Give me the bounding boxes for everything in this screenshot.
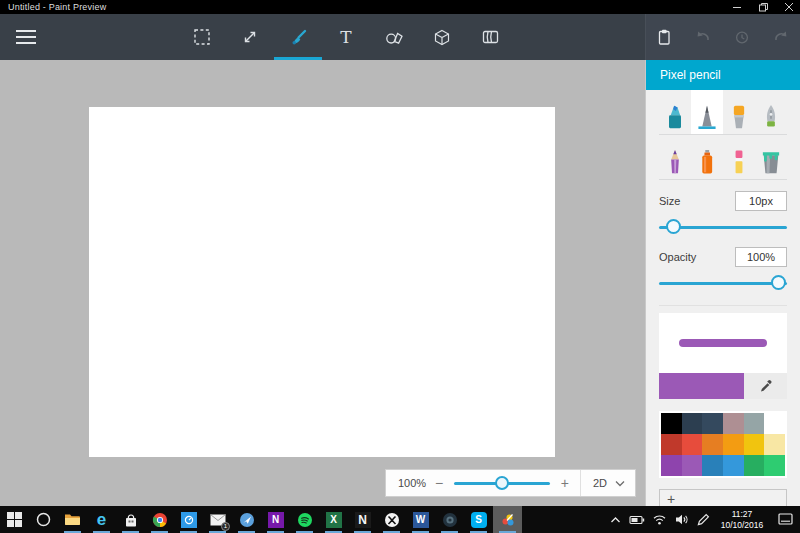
palette-swatch[interactable]	[744, 455, 765, 476]
brush-pixel-pencil[interactable]	[691, 90, 723, 134]
text-tool-icon: T	[340, 29, 351, 46]
taskbar-apps: e	[0, 506, 522, 533]
pen-workspace-icon[interactable]	[692, 506, 714, 533]
paint-app-button[interactable]	[493, 506, 522, 533]
brush-eraser[interactable]	[723, 135, 755, 179]
edge-button[interactable]: e	[87, 506, 116, 533]
onenote-icon: N	[268, 512, 284, 528]
eyedropper-button[interactable]	[744, 373, 787, 399]
spotify-button[interactable]	[290, 506, 319, 533]
palette-swatch[interactable]	[764, 413, 785, 434]
palette-swatch[interactable]	[723, 455, 744, 476]
stroke-preview	[659, 313, 787, 373]
dimension-mode[interactable]: 2D	[587, 477, 615, 489]
blue-tile-app-icon	[181, 512, 197, 528]
cortana-button[interactable]	[29, 506, 58, 533]
onenote-button[interactable]: N	[261, 506, 290, 533]
paste-button[interactable]	[645, 14, 684, 60]
xbox-button[interactable]	[377, 506, 406, 533]
brush-spray-can[interactable]	[691, 135, 723, 179]
redo-button[interactable]	[761, 14, 800, 60]
undo-button[interactable]	[684, 14, 723, 60]
palette-swatch[interactable]	[764, 455, 785, 476]
tool-brush[interactable]	[274, 14, 322, 60]
opacity-input[interactable]: 100%	[735, 247, 787, 267]
palette-swatch[interactable]	[682, 455, 703, 476]
mail-button[interactable]: 1	[203, 506, 232, 533]
tray-date: 10/10/2016	[714, 520, 770, 531]
tool-strip: T	[178, 14, 514, 60]
palette-swatch[interactable]	[682, 434, 703, 455]
opacity-slider-thumb[interactable]	[771, 275, 786, 290]
size-input[interactable]: 10px	[735, 191, 787, 211]
palette-swatch[interactable]	[723, 413, 744, 434]
palette-swatch[interactable]	[661, 455, 682, 476]
title-bar: Untitled - Paint Preview	[0, 0, 800, 14]
cortana-icon	[36, 512, 51, 527]
tool-text[interactable]: T	[322, 14, 370, 60]
zoom-slider-thumb[interactable]	[495, 476, 509, 490]
palette-swatch[interactable]	[702, 413, 723, 434]
tool-shapes[interactable]	[370, 14, 418, 60]
chrome-button[interactable]	[145, 506, 174, 533]
zoom-slider[interactable]	[454, 475, 550, 491]
tray-chevron-up-icon[interactable]	[604, 506, 626, 533]
close-button[interactable]	[784, 2, 794, 12]
paint-app-icon	[500, 512, 516, 528]
panel-title: Pixel pencil	[646, 60, 800, 90]
dark-sphere-app-button[interactable]	[435, 506, 464, 533]
chevron-down-icon[interactable]	[615, 480, 627, 487]
brush-calligraphy-pen[interactable]	[723, 90, 755, 134]
palette-swatch[interactable]	[702, 455, 723, 476]
palette-swatch[interactable]	[744, 413, 765, 434]
menu-icon[interactable]	[16, 14, 46, 60]
palette-swatch[interactable]	[723, 434, 744, 455]
brush-fountain-pen[interactable]	[755, 90, 787, 134]
taskbar: e	[0, 506, 800, 533]
blue-circle-app-button[interactable]	[232, 506, 261, 533]
brush-fill-bucket[interactable]	[755, 135, 787, 179]
zoom-in-button[interactable]: +	[556, 476, 574, 490]
store-button[interactable]	[116, 506, 145, 533]
color-palette	[659, 411, 787, 478]
start-button[interactable]	[0, 506, 29, 533]
palette-swatch[interactable]	[744, 434, 765, 455]
tool-3d-objects[interactable]	[418, 14, 466, 60]
file-explorer-button[interactable]	[58, 506, 87, 533]
restore-button[interactable]	[758, 2, 768, 12]
history-button[interactable]	[723, 14, 762, 60]
palette-swatch[interactable]	[702, 434, 723, 455]
opacity-slider[interactable]	[659, 274, 787, 292]
drawing-canvas[interactable]	[89, 107, 555, 457]
size-slider[interactable]	[659, 218, 787, 236]
palette-swatch[interactable]	[764, 434, 785, 455]
chrome-icon	[152, 512, 168, 528]
current-color-swatch[interactable]	[659, 373, 744, 399]
tray-time: 11:27	[714, 509, 770, 520]
mail-badge: 1	[221, 522, 230, 531]
netflix-button[interactable]: N	[348, 506, 377, 533]
tool-select[interactable]	[178, 14, 226, 60]
edge-icon: e	[94, 512, 110, 528]
word-button[interactable]: W	[406, 506, 435, 533]
tool-canvas[interactable]	[466, 14, 514, 60]
brush-colored-pencil[interactable]	[659, 135, 691, 179]
wifi-icon[interactable]	[648, 506, 670, 533]
tray-clock[interactable]: 11:27 10/10/2016	[714, 509, 770, 530]
divider	[580, 470, 581, 496]
word-icon: W	[413, 512, 429, 528]
excel-button[interactable]: X	[319, 506, 348, 533]
palette-swatch[interactable]	[682, 413, 703, 434]
action-center-icon[interactable]	[770, 506, 800, 533]
brush-marker[interactable]	[659, 90, 691, 134]
palette-swatch[interactable]	[661, 413, 682, 434]
minimize-button[interactable]	[732, 2, 742, 12]
battery-icon[interactable]	[626, 506, 648, 533]
size-slider-thumb[interactable]	[666, 219, 681, 234]
blue-tile-app-button[interactable]	[174, 506, 203, 533]
volume-icon[interactable]	[670, 506, 692, 533]
palette-swatch[interactable]	[661, 434, 682, 455]
zoom-out-button[interactable]: −	[430, 476, 448, 490]
skype-button[interactable]: S	[464, 506, 493, 533]
tool-resize[interactable]	[226, 14, 274, 60]
